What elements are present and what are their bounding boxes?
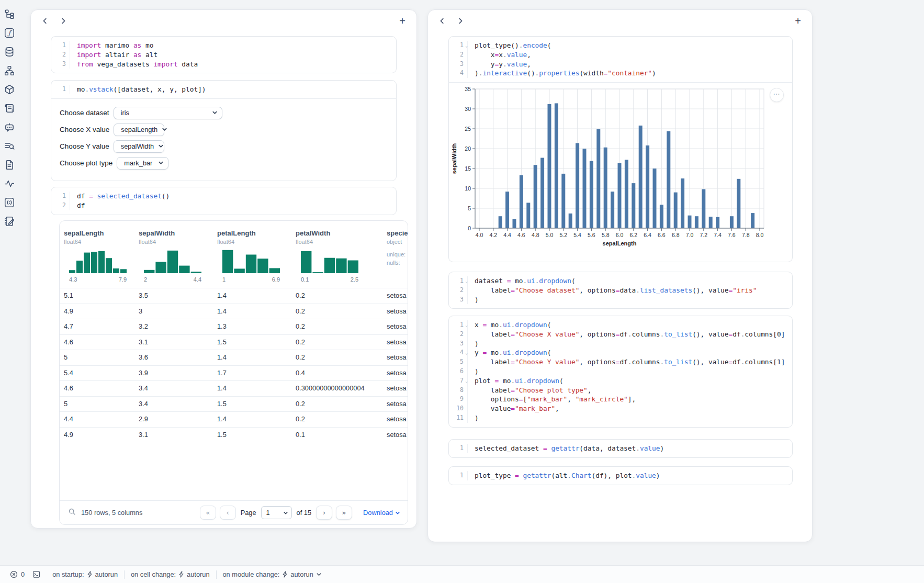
column-header[interactable]: sepalLength [64, 229, 104, 237]
code-line[interactable]: 1⌄x = mo.ui.dropdown( [449, 320, 792, 330]
code-cell-vstack[interactable]: 1mo.vstack([dataset, x, y, plot]) Choose… [51, 80, 397, 181]
add-cell-button[interactable]: + [396, 14, 409, 28]
code-line[interactable]: 3 y=y.value, [449, 60, 792, 69]
code-editor[interactable]: 1mo.vstack([dataset, x, y, plot]) [51, 81, 396, 98]
code-editor[interactable]: 1⌄x = mo.ui.dropdown(2 label="Choose X v… [449, 316, 792, 427]
code-line[interactable]: 2 label="Choose X value", options=df.col… [449, 330, 792, 339]
code-line[interactable]: 1mo.vstack([dataset, x, y, plot]) [51, 85, 396, 94]
code-editor[interactable]: 1import marimo as mo2import altair as al… [51, 37, 396, 73]
chat-bot-icon[interactable] [4, 121, 15, 133]
bar-chart[interactable]: 4.04.24.44.64.85.05.25.45.65.86.06.26.46… [449, 83, 792, 259]
code-line[interactable]: 1⌄plot_type().encode( [449, 41, 792, 50]
column-next-button[interactable] [454, 14, 467, 28]
next-page-button[interactable]: › [316, 506, 332, 520]
fold-chevron-icon[interactable]: ⌄ [465, 321, 468, 330]
code-line[interactable]: 1⌄dataset = mo.ui.dropdown( [449, 276, 792, 286]
code-line[interactable]: 1selected_dataset = getattr(data, datase… [449, 444, 792, 453]
scroll-icon[interactable] [4, 103, 15, 114]
download-link[interactable]: Download [363, 509, 400, 517]
function-square-icon[interactable]: ƒ [4, 27, 15, 39]
column-header[interactable]: petalWidth [296, 229, 330, 237]
code-line[interactable]: 2 label="Choose dataset", options=data.l… [449, 286, 792, 295]
chart-more-options-button[interactable]: ⋯ [770, 88, 784, 102]
table-row[interactable]: 53.61.40.2setosa [60, 350, 408, 366]
scratchpad-icon[interactable] [4, 216, 15, 227]
database-icon[interactable] [4, 46, 15, 58]
document-icon[interactable] [4, 159, 15, 171]
code-line[interactable]: 1plot_type = getattr(alt.Chart(df), plot… [449, 471, 792, 480]
code-line[interactable]: 7⌄plot = mo.ui.dropdown( [449, 376, 792, 386]
code-line[interactable]: 11) [449, 413, 792, 423]
runtime-setting-on-startup[interactable]: on startup:autorun [46, 566, 124, 583]
column-prev-button[interactable] [38, 14, 52, 28]
fold-chevron-icon[interactable]: ⌄ [465, 277, 468, 286]
code-editor[interactable]: 1df = selected_dataset()2df [51, 187, 396, 215]
code-line[interactable]: 1import marimo as mo [51, 41, 396, 50]
dropdown-choose-plot-type[interactable]: mark_bar [117, 157, 168, 170]
code-line[interactable]: 8 label="Choose plot type", [449, 386, 792, 395]
code-line[interactable]: 9 options=["mark_bar", "mark_circle"], [449, 395, 792, 404]
search-icon[interactable] [68, 508, 76, 518]
terminal-button[interactable] [27, 566, 46, 583]
code-editor[interactable]: 1⌄dataset = mo.ui.dropdown(2 label="Choo… [449, 272, 792, 308]
code-cell-plot[interactable]: 1⌄plot_type().encode(2 x=x.value,3 y=y.v… [448, 36, 793, 262]
dropdown-choose-dataset[interactable]: iris [114, 107, 222, 119]
code-line[interactable]: 1df = selected_dataset() [51, 192, 396, 201]
dropdown-choose-y-value[interactable]: sepalWidth [114, 140, 164, 153]
column-next-button[interactable] [57, 14, 70, 28]
code-cell-dataframe[interactable]: 1df = selected_dataset()2df [51, 187, 397, 215]
code-editor[interactable]: 1plot_type = getattr(alt.Chart(df), plot… [449, 467, 792, 485]
code-line[interactable]: 4).interactive().properties(width="conta… [449, 69, 792, 78]
table-row[interactable]: 4.931.40.2setosa [60, 304, 408, 320]
column-header[interactable]: species [387, 229, 408, 237]
table-row[interactable]: 53.41.50.2setosa [60, 396, 408, 412]
code-line[interactable]: 3) [449, 339, 792, 349]
runtime-setting-on-cell-change[interactable]: on cell change:autorun [125, 566, 216, 583]
column-header[interactable]: sepalWidth [139, 229, 175, 237]
code-line[interactable]: 5 label="Choose Y value", options=df.col… [449, 357, 792, 367]
dropdown-choose-x-value[interactable]: sepalLength [114, 124, 164, 136]
table-row[interactable]: 4.63.41.40.30000000000000004setosa [60, 380, 408, 397]
code-line[interactable]: 3) [449, 295, 792, 305]
code-cell-xy-plot-dropdowns[interactable]: 1⌄x = mo.ui.dropdown(2 label="Choose X v… [448, 316, 793, 428]
code-line[interactable]: 3from vega_datasets import data [51, 60, 396, 69]
code-line[interactable]: 2df [51, 201, 396, 210]
error-count-indicator[interactable]: 0 [6, 566, 27, 583]
table-row[interactable]: 4.63.11.50.2setosa [60, 334, 408, 351]
last-page-button[interactable]: » [336, 506, 352, 520]
first-page-button[interactable]: « [200, 506, 216, 520]
add-cell-button[interactable]: + [791, 14, 805, 28]
fold-chevron-icon[interactable]: ⌄ [465, 377, 468, 386]
page-select[interactable]: 1 [261, 506, 292, 519]
code-cell-dataset-dropdown[interactable]: 1⌄dataset = mo.ui.dropdown(2 label="Choo… [448, 272, 793, 309]
code-line[interactable]: 2import altair as alt [51, 50, 396, 60]
prev-page-button[interactable]: ‹ [220, 506, 236, 520]
file-tree-icon[interactable] [4, 8, 15, 20]
line-number: 2 [51, 50, 70, 60]
runtime-setting-on-module-change[interactable]: on module change:autorun [217, 566, 328, 583]
code-line[interactable]: 4⌄y = mo.ui.dropdown( [449, 348, 792, 357]
search-list-icon[interactable] [4, 140, 15, 152]
table-row[interactable]: 5.43.91.70.4setosa [60, 365, 408, 382]
code-editor[interactable]: 1selected_dataset = getattr(data, datase… [449, 440, 792, 457]
fold-chevron-icon[interactable]: ⌄ [465, 41, 468, 51]
fold-chevron-icon[interactable]: ⌄ [465, 349, 468, 358]
activity-pulse-icon[interactable] [4, 178, 15, 189]
column-header[interactable]: petalLength [217, 229, 256, 237]
code-line[interactable]: 6) [449, 367, 792, 376]
table-row[interactable]: 4.73.21.30.2setosa [60, 319, 408, 335]
code-cell-imports[interactable]: 1import marimo as mo2import altair as al… [51, 36, 397, 73]
dependency-graph-icon[interactable] [4, 65, 15, 76]
table-row[interactable]: 4.93.11.50.1setosa [60, 427, 408, 443]
package-icon[interactable] [4, 84, 15, 95]
table-row[interactable]: 5.13.51.40.2setosa [60, 288, 408, 304]
code-cell-plot-type[interactable]: 1plot_type = getattr(alt.Chart(df), plot… [448, 466, 793, 485]
code-editor[interactable]: 1⌄plot_type().encode(2 x=x.value,3 y=y.v… [449, 37, 792, 82]
column-prev-button[interactable] [435, 14, 449, 28]
chart-output[interactable]: ⋯ 4.04.24.44.64.85.05.25.45.65.86.06.26.… [449, 83, 792, 262]
table-row[interactable]: 4.42.91.40.2setosa [60, 411, 408, 428]
code-cell-selected-dataset[interactable]: 1selected_dataset = getattr(data, datase… [448, 439, 793, 458]
code-line[interactable]: 2 x=x.value, [449, 50, 792, 60]
code-snippet-icon[interactable] [4, 197, 15, 208]
code-line[interactable]: 10 value="mark_bar", [449, 404, 792, 413]
